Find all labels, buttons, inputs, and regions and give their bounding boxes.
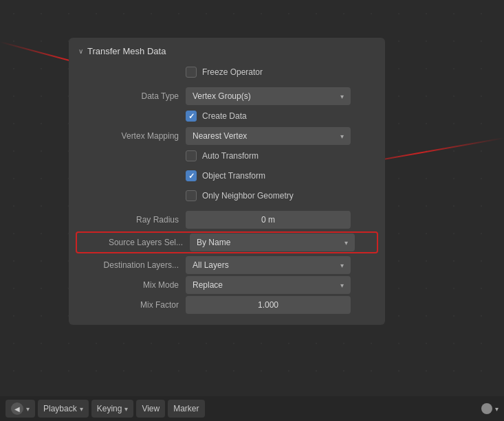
only-neighbor-row: Only Neighbor Geometry bbox=[76, 187, 378, 205]
create-data-row: ✓ Create Data bbox=[76, 107, 378, 125]
create-data-checkbox[interactable]: ✓ bbox=[186, 111, 197, 122]
data-type-value: Vertex Group(s) bbox=[193, 91, 251, 101]
playback-button[interactable]: Playback ▾ bbox=[38, 400, 89, 418]
mix-factor-content: 1.000 bbox=[186, 296, 378, 314]
mix-mode-label: Mix Mode bbox=[76, 280, 186, 290]
mix-mode-row: Mix Mode Replace ▾ bbox=[76, 276, 378, 294]
data-type-arrow-icon: ▾ bbox=[340, 93, 344, 100]
vertex-mapping-label: Vertex Mapping bbox=[76, 131, 186, 141]
destination-layers-row: Destination Layers... All Layers ▾ bbox=[76, 256, 378, 274]
freeze-operator-label: Freeze Operator bbox=[202, 67, 263, 77]
destination-layers-value: All Layers bbox=[193, 260, 229, 270]
transfer-mesh-data-panel: ∨ Transfer Mesh Data Freeze Operator Dat… bbox=[69, 38, 385, 325]
only-neighbor-label: Only Neighbor Geometry bbox=[202, 191, 294, 201]
bottom-toolbar: ◀ ▾ Playback ▾ Keying ▾ View Marker ▾ bbox=[0, 396, 504, 421]
create-data-label: Create Data bbox=[202, 111, 247, 121]
navigate-button[interactable]: ◀ ▾ bbox=[6, 400, 35, 418]
ray-radius-value: 0 m bbox=[261, 215, 275, 225]
mix-factor-row: Mix Factor 1.000 bbox=[76, 296, 378, 314]
panel-collapse-icon[interactable]: ∨ bbox=[78, 47, 83, 55]
freeze-operator-checkbox[interactable] bbox=[186, 67, 197, 78]
navigate-arrow: ◀ bbox=[14, 405, 20, 413]
keying-button[interactable]: Keying ▾ bbox=[91, 400, 134, 418]
source-layers-content: By Name ▾ bbox=[190, 234, 374, 251]
marker-button[interactable]: Marker bbox=[168, 400, 204, 418]
source-layers-label: Source Layers Sel... bbox=[80, 238, 190, 247]
object-transform-checkbox[interactable]: ✓ bbox=[186, 170, 197, 181]
playback-chevron-icon: ▾ bbox=[80, 405, 83, 413]
object-transform-label: Object Transform bbox=[202, 171, 265, 181]
auto-transform-checkbox[interactable] bbox=[186, 150, 197, 161]
mix-mode-arrow-icon: ▾ bbox=[340, 282, 344, 289]
source-layers-dropdown[interactable]: By Name ▾ bbox=[190, 234, 355, 251]
destination-layers-arrow-icon: ▾ bbox=[340, 262, 344, 269]
ray-radius-row: Ray Radius 0 m bbox=[76, 211, 378, 229]
data-type-label: Data Type bbox=[76, 91, 186, 101]
navigate-icon: ◀ bbox=[11, 402, 23, 415]
vertex-mapping-content: Nearest Vertex ▾ bbox=[186, 127, 378, 145]
mix-factor-label: Mix Factor bbox=[76, 300, 186, 310]
object-transform-row: ✓ Object Transform bbox=[76, 167, 378, 185]
marker-label: Marker bbox=[173, 404, 199, 413]
vertex-mapping-row: Vertex Mapping Nearest Vertex ▾ bbox=[76, 127, 378, 145]
playback-label: Playback bbox=[43, 404, 77, 413]
destination-layers-dropdown[interactable]: All Layers ▾ bbox=[186, 256, 351, 274]
object-transform-checkmark-icon: ✓ bbox=[188, 172, 195, 181]
ray-radius-content: 0 m bbox=[186, 211, 378, 229]
mix-mode-content: Replace ▾ bbox=[186, 276, 378, 294]
vertex-mapping-value: Nearest Vertex bbox=[193, 131, 247, 141]
navigate-chevron-icon: ▾ bbox=[26, 405, 30, 413]
destination-layers-label: Destination Layers... bbox=[76, 260, 186, 270]
freeze-operator-row: Freeze Operator bbox=[76, 63, 378, 81]
data-type-row: Data Type Vertex Group(s) ▾ bbox=[76, 87, 378, 105]
panel-header: ∨ Transfer Mesh Data bbox=[69, 46, 385, 63]
checkmark-icon: ✓ bbox=[188, 112, 195, 121]
ray-radius-label: Ray Radius bbox=[76, 215, 186, 225]
keying-chevron-icon: ▾ bbox=[124, 405, 128, 413]
only-neighbor-checkbox[interactable] bbox=[186, 190, 197, 201]
source-layers-arrow-icon: ▾ bbox=[344, 239, 348, 247]
keying-label: Keying bbox=[97, 404, 122, 413]
mix-factor-field[interactable]: 1.000 bbox=[186, 296, 351, 314]
toolbar-status-indicator bbox=[481, 403, 492, 414]
panel-rows: Freeze Operator Data Type Vertex Group(s… bbox=[69, 63, 385, 314]
source-layers-row: Source Layers Sel... By Name ▾ bbox=[76, 231, 378, 253]
view-button[interactable]: View bbox=[136, 400, 165, 418]
toolbar-status-chevron-icon: ▾ bbox=[495, 405, 498, 413]
ray-radius-field[interactable]: 0 m bbox=[186, 211, 351, 229]
mix-mode-dropdown[interactable]: Replace ▾ bbox=[186, 276, 351, 294]
mix-mode-value: Replace bbox=[193, 280, 223, 290]
destination-layers-content: All Layers ▾ bbox=[186, 256, 378, 274]
vertex-mapping-dropdown[interactable]: Nearest Vertex ▾ bbox=[186, 127, 351, 145]
view-label: View bbox=[142, 404, 160, 413]
source-layers-value: By Name bbox=[197, 238, 230, 247]
data-type-content: Vertex Group(s) ▾ bbox=[186, 87, 378, 105]
vertex-mapping-arrow-icon: ▾ bbox=[340, 133, 344, 140]
auto-transform-row: Auto Transform bbox=[76, 147, 378, 165]
panel-title: Transfer Mesh Data bbox=[87, 46, 166, 56]
auto-transform-label: Auto Transform bbox=[202, 151, 259, 161]
mix-factor-value: 1.000 bbox=[258, 300, 278, 310]
data-type-dropdown[interactable]: Vertex Group(s) ▾ bbox=[186, 87, 351, 105]
